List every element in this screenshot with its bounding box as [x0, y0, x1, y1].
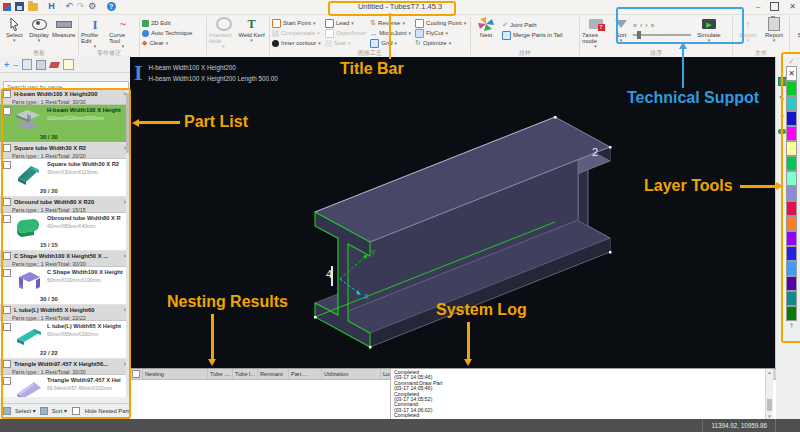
- cooling-point-button[interactable]: Cooling Point▾: [415, 18, 466, 28]
- seal-button[interactable]: Seal▾: [325, 38, 366, 48]
- maximize-button[interactable]: [770, 2, 779, 11]
- measure-button[interactable]: Measure: [51, 16, 76, 49]
- color-swatch[interactable]: [786, 291, 797, 306]
- part-item[interactable]: Triangle Width97.457 X Hei 56.64mmX57.46…: [0, 375, 130, 397]
- skip-start-icon[interactable]: «: [633, 22, 637, 29]
- group-checkbox[interactable]: [3, 90, 11, 98]
- part-item[interactable]: Square tube Width30 X R2 30mmX30mmX115mm…: [0, 159, 130, 197]
- item-checkbox[interactable]: [3, 107, 11, 115]
- color-swatch[interactable]: [786, 81, 797, 96]
- item-checkbox[interactable]: [3, 215, 11, 223]
- flycut-button[interactable]: FlyCut▾: [415, 28, 466, 38]
- color-swatch-none[interactable]: ✕: [786, 66, 797, 81]
- color-swatch[interactable]: [786, 186, 797, 201]
- part-group-header[interactable]: H-beam Width100 X Height200˅ Parts type:…: [0, 89, 130, 105]
- export-button[interactable]: ↑ Export▾: [735, 16, 761, 49]
- part-group-header[interactable]: C Shape Width100 X Height50 X ...˅ Parts…: [0, 251, 130, 267]
- hide-nested-checkbox[interactable]: [72, 407, 80, 415]
- color-swatch[interactable]: [786, 246, 797, 261]
- color-swatch[interactable]: [786, 171, 797, 186]
- lead-button[interactable]: Lead▾: [325, 18, 366, 28]
- part-item[interactable]: C Shape Width100 X Height 50mmX100mmX100…: [0, 267, 130, 305]
- part-item[interactable]: L tube(L) Width65 X Height 60mmX65mmX200…: [0, 321, 130, 359]
- col-remnant[interactable]: Remnant: [258, 369, 289, 379]
- part-item-selected[interactable]: H-beam Width100 X Height 200mmX100mmX500…: [0, 105, 130, 143]
- ribbon-toolbar: Select▾ Display▾ Measure 查看 I Profile Ed…: [0, 15, 800, 58]
- step-back-icon[interactable]: ‹: [640, 22, 642, 29]
- simulation-speed-slider[interactable]: '''''': [633, 31, 691, 40]
- group-checkbox[interactable]: [3, 306, 11, 314]
- profile-edit-button[interactable]: I Profile Edit▾: [81, 16, 109, 49]
- sort-button[interactable]: Sort▾: [611, 16, 631, 49]
- part-list-panel: + – H-beam Width100 X Height200˅ Parts t…: [0, 57, 131, 419]
- 2d-edit-button[interactable]: 2D Edit: [142, 18, 192, 28]
- merge-parts-button[interactable]: Merge Parts in Tail: [502, 30, 563, 40]
- start-point-button[interactable]: Start Point▾: [272, 18, 321, 28]
- support-button[interactable]: i Support▾: [795, 16, 800, 49]
- item-checkbox[interactable]: [3, 161, 11, 169]
- palette-up-arrow-icon[interactable]: ↑: [785, 321, 798, 331]
- part-group-header[interactable]: Triangle Width97.457 X Height56...˅ Part…: [0, 359, 130, 375]
- close-button[interactable]: ✕: [789, 2, 796, 11]
- system-log-panel[interactable]: Completed (03-17 14:05:46) Command:Draw …: [390, 369, 773, 420]
- select-button[interactable]: Select▾: [2, 16, 27, 49]
- nest-button[interactable]: Nest: [473, 16, 499, 49]
- group-checkbox[interactable]: [3, 198, 11, 206]
- compensate-button[interactable]: Compensate▾: [272, 28, 321, 38]
- color-swatch[interactable]: [786, 141, 797, 156]
- color-swatch[interactable]: [786, 96, 797, 111]
- part-group-header[interactable]: Square tube Width30 X R2˅ Parts type:: 1…: [0, 143, 130, 159]
- color-swatch[interactable]: [786, 156, 797, 171]
- col-part[interactable]: Part....: [289, 369, 322, 379]
- color-swatch[interactable]: [786, 201, 797, 216]
- item-checkbox[interactable]: [3, 323, 11, 331]
- 7axes-mode-button[interactable]: 7axes mode▾: [582, 16, 609, 49]
- col-utilization[interactable]: Utilization: [322, 369, 381, 379]
- part-group-header[interactable]: Obround tube Width80 X R20˅ Parts type::…: [0, 197, 130, 213]
- col-tube-2[interactable]: Tube l...: [233, 369, 258, 379]
- step-forward-icon[interactable]: ›: [645, 22, 647, 29]
- weld-kerf-button[interactable]: T Weld Kerf▾: [238, 16, 265, 49]
- color-swatch[interactable]: [786, 261, 797, 276]
- group-checkbox[interactable]: [3, 360, 11, 368]
- color-swatch[interactable]: [786, 276, 797, 291]
- joint-path-button[interactable]: ✓Joint Path: [502, 20, 563, 30]
- col-tube-1[interactable]: Tube ....: [208, 369, 233, 379]
- auto-technique-button[interactable]: Auto Technique: [142, 28, 192, 38]
- sort-menu-button[interactable]: Sort ▾: [52, 408, 67, 414]
- inner-contour-button[interactable]: Inner contour▾: [272, 38, 321, 48]
- col-nesting[interactable]: Nesting: [143, 369, 208, 379]
- group-checkbox[interactable]: [3, 144, 11, 152]
- remove-part-icon[interactable]: –: [13, 60, 18, 70]
- part-group-header[interactable]: L tube(L) Width65 X Height60˅ Parts type…: [0, 305, 130, 321]
- nesting-select-all-checkbox[interactable]: [132, 370, 140, 378]
- add-part-icon[interactable]: +: [4, 60, 9, 70]
- color-swatch[interactable]: [786, 126, 797, 141]
- log-scrollbar[interactable]: ▴▾: [765, 369, 773, 419]
- intersect-hole-button[interactable]: Intersect Hole▾: [209, 16, 238, 49]
- item-checkbox[interactable]: [3, 269, 11, 277]
- item-checkbox[interactable]: [3, 377, 11, 385]
- report-button[interactable]: Report▾: [761, 16, 787, 49]
- group-checkbox[interactable]: [3, 252, 11, 260]
- minimize-button[interactable]: –: [756, 2, 760, 11]
- eraser-icon[interactable]: [49, 62, 60, 68]
- optimize-button[interactable]: ↻Optimize▾: [415, 38, 466, 48]
- select-menu-button[interactable]: Select ▾: [15, 408, 36, 414]
- color-swatch[interactable]: [786, 306, 797, 321]
- clear-button[interactable]: ◆Clear▾: [142, 38, 192, 48]
- edit-part-icon[interactable]: [63, 59, 74, 70]
- measure-tool-icon[interactable]: I: [781, 60, 783, 68]
- color-swatch[interactable]: [786, 111, 797, 126]
- display-button[interactable]: Display▾: [27, 16, 52, 49]
- color-swatch[interactable]: [786, 231, 797, 246]
- part-template-icon[interactable]: [36, 60, 46, 70]
- curve-tool-button[interactable]: ~ Curve Tool▾: [109, 16, 137, 49]
- circle-tool-icon[interactable]: ○: [780, 112, 784, 120]
- import-part-icon[interactable]: [22, 59, 32, 70]
- color-swatch[interactable]: [786, 216, 797, 231]
- skip-end-icon[interactable]: »: [651, 22, 655, 29]
- part-item[interactable]: Obround tube Width80 X R 40mmX80mmX40mm …: [0, 213, 130, 251]
- outer-inner-button[interactable]: Outer/Inner: [325, 28, 366, 38]
- simulate-button[interactable]: ▶ Simulate▾: [695, 16, 723, 49]
